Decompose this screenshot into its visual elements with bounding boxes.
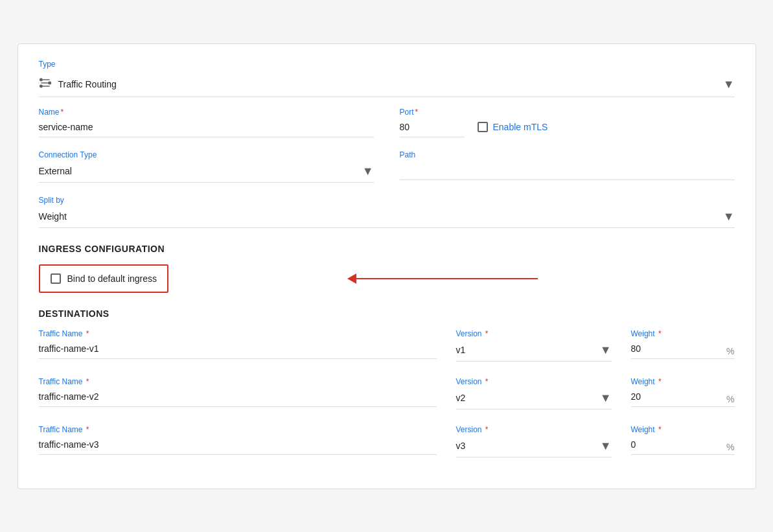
type-value: Traffic Routing bbox=[58, 79, 723, 89]
arrow-line bbox=[356, 278, 538, 279]
dest-2-version-label: Version * bbox=[456, 377, 612, 386]
dest-3-version-value: v3 bbox=[456, 441, 600, 451]
dest-3-version-field: Version * v3 ▼ bbox=[456, 425, 612, 457]
dest-3-name-label: Traffic Name * bbox=[39, 425, 437, 434]
port-value[interactable]: 80 bbox=[400, 119, 465, 137]
split-by-select[interactable]: Weight ▼ bbox=[39, 207, 735, 228]
split-by-arrow: ▼ bbox=[723, 210, 735, 224]
connection-type-select[interactable]: External ▼ bbox=[39, 162, 374, 183]
name-label: Name* bbox=[39, 108, 374, 117]
dest-3-weight-label: Weight * bbox=[631, 425, 735, 434]
name-port-row: Name* service-name Port* 80 Enable mTLS bbox=[39, 108, 735, 137]
arrow-head bbox=[347, 273, 356, 284]
dest-3-weight-field: Weight * 0 % bbox=[631, 425, 735, 457]
connection-type-field: Connection Type External ▼ bbox=[39, 150, 374, 183]
path-field: Path bbox=[400, 150, 735, 183]
connection-type-arrow: ▼ bbox=[362, 165, 374, 178]
svg-point-1 bbox=[49, 82, 51, 84]
svg-point-2 bbox=[40, 85, 41, 87]
bind-ingress-container: Bind to default ingress bbox=[39, 264, 169, 293]
dest-2-version-select[interactable]: v2 ▼ bbox=[456, 389, 612, 410]
bind-ingress-label: Bind to default ingress bbox=[67, 273, 157, 284]
type-section: Type Traffic Routing ▼ bbox=[39, 60, 735, 97]
destination-row-2: Traffic Name * traffic-name-v2 Version *… bbox=[39, 377, 735, 412]
destinations-title: DESTINATIONS bbox=[39, 308, 735, 319]
dest-2-name-field: Traffic Name * traffic-name-v2 bbox=[39, 377, 437, 410]
enable-mtls-checkbox[interactable] bbox=[478, 122, 488, 132]
dest-1-weight-suffix: % bbox=[726, 346, 734, 356]
ingress-config-title: INGRESS CONFIGURATION bbox=[39, 244, 735, 254]
dest-3-version-arrow: ▼ bbox=[600, 439, 612, 453]
split-by-value: Weight bbox=[39, 211, 723, 222]
dest-3-name-field: Traffic Name * traffic-name-v3 bbox=[39, 425, 437, 457]
dest-1-weight-label: Weight * bbox=[631, 329, 735, 338]
dest-2-weight-field: Weight * 20 % bbox=[631, 377, 735, 410]
path-value[interactable] bbox=[400, 162, 735, 180]
path-label: Path bbox=[400, 150, 735, 159]
dest-1-name-value[interactable]: traffic-name-v1 bbox=[39, 341, 437, 359]
type-selector[interactable]: Traffic Routing ▼ bbox=[39, 73, 735, 97]
dest-2-weight-value[interactable]: 20 bbox=[631, 389, 735, 407]
connection-type-label: Connection Type bbox=[39, 150, 374, 159]
name-value[interactable]: service-name bbox=[39, 119, 374, 137]
ingress-config-section: INGRESS CONFIGURATION Bind to default in… bbox=[39, 244, 735, 293]
split-by-section: Split by Weight ▼ bbox=[39, 196, 735, 228]
port-required: * bbox=[415, 108, 419, 117]
dest-2-weight-label: Weight * bbox=[631, 377, 735, 386]
port-label: Port* bbox=[400, 108, 465, 117]
dest-1-version-select[interactable]: v1 ▼ bbox=[456, 341, 612, 362]
dest-3-version-label: Version * bbox=[456, 425, 612, 434]
dest-3-weight-value[interactable]: 0 bbox=[631, 437, 735, 455]
annotation-arrow bbox=[356, 278, 538, 279]
bind-default-ingress-row: Bind to default ingress bbox=[39, 264, 735, 293]
destinations-section: DESTINATIONS Traffic Name * traffic-name… bbox=[39, 308, 735, 460]
connection-type-value: External bbox=[39, 166, 362, 176]
bind-ingress-checkbox[interactable] bbox=[51, 273, 61, 284]
dest-1-name-label: Traffic Name * bbox=[39, 329, 437, 338]
type-dropdown-arrow: ▼ bbox=[723, 78, 735, 91]
dest-1-version-label: Version * bbox=[456, 329, 612, 338]
dest-1-version-field: Version * v1 ▼ bbox=[456, 329, 612, 362]
mtls-field: Enable mTLS bbox=[478, 108, 548, 137]
name-field: Name* service-name bbox=[39, 108, 374, 137]
dest-3-version-select[interactable]: v3 ▼ bbox=[456, 437, 612, 457]
dest-1-name-field: Traffic Name * traffic-name-v1 bbox=[39, 329, 437, 362]
dest-2-name-value[interactable]: traffic-name-v2 bbox=[39, 389, 437, 407]
dest-3-weight-suffix: % bbox=[726, 442, 734, 452]
connection-path-row: Connection Type External ▼ Path bbox=[39, 150, 735, 183]
split-by-label: Split by bbox=[39, 196, 735, 205]
type-label: Type bbox=[39, 60, 735, 69]
traffic-routing-icon bbox=[39, 76, 52, 93]
name-required: * bbox=[61, 108, 64, 117]
svg-point-0 bbox=[40, 78, 41, 80]
main-card: Type Traffic Routing ▼ Name* service-nam… bbox=[17, 43, 756, 489]
dest-1-version-value: v1 bbox=[456, 345, 600, 355]
dest-2-version-arrow: ▼ bbox=[600, 391, 612, 405]
dest-2-name-label: Traffic Name * bbox=[39, 377, 437, 386]
dest-3-name-value[interactable]: traffic-name-v3 bbox=[39, 437, 437, 455]
destination-row-3: Traffic Name * traffic-name-v3 Version *… bbox=[39, 425, 735, 460]
destination-row-1: Traffic Name * traffic-name-v1 Version *… bbox=[39, 329, 735, 364]
dest-2-version-field: Version * v2 ▼ bbox=[456, 377, 612, 410]
dest-1-weight-field: Weight * 80 % bbox=[631, 329, 735, 362]
dest-2-version-value: v2 bbox=[456, 393, 600, 403]
dest-2-weight-suffix: % bbox=[726, 394, 734, 404]
enable-mtls-label: Enable mTLS bbox=[493, 122, 548, 132]
dest-1-weight-value[interactable]: 80 bbox=[631, 341, 735, 359]
port-field: Port* 80 bbox=[400, 108, 465, 137]
dest-1-version-arrow: ▼ bbox=[600, 343, 612, 357]
port-mtls-group: Port* 80 Enable mTLS bbox=[400, 108, 735, 137]
